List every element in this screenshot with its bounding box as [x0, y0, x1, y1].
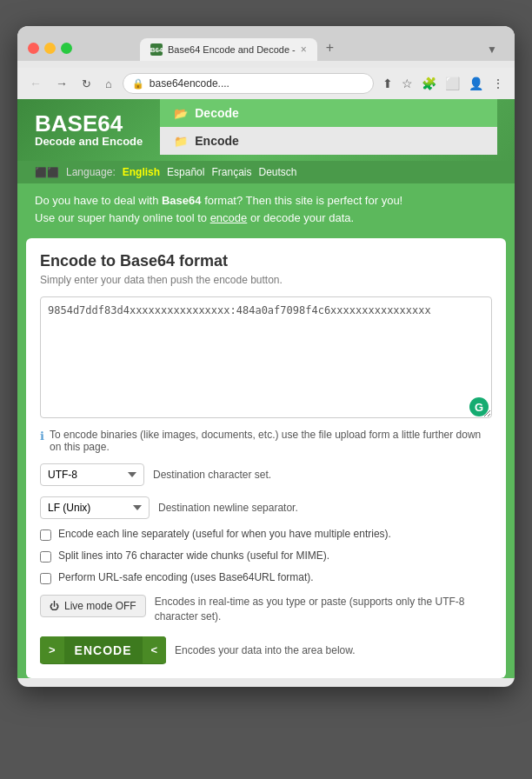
intro-encode-link[interactable]: encode — [210, 211, 248, 224]
encode-btn-left-arrow: > — [40, 636, 64, 663]
translate-icon: ⬛⬛ — [35, 167, 59, 178]
lang-deutsch-link[interactable]: Deutsch — [258, 166, 296, 178]
language-label: Language: — [66, 166, 116, 178]
encode-button[interactable]: > ENCODE < — [40, 636, 166, 664]
intro-text4: or decode your data. — [247, 211, 354, 224]
logo-subtitle: Decode and Encode — [35, 135, 143, 148]
menu-icon[interactable]: ⋮ — [490, 75, 506, 92]
info-icon: ℹ — [40, 429, 44, 443]
live-mode-label: Live mode OFF — [64, 600, 136, 612]
encode-lines-checkbox[interactable] — [40, 529, 51, 541]
site-header: BASE64 Decode and Encode 📂 Decode 📁 Enco… — [17, 99, 515, 161]
section-desc: Simply enter your data then push the enc… — [40, 274, 492, 286]
checkbox3-row: Perform URL-safe encoding (uses Base64UR… — [40, 571, 492, 584]
charset-label: Destination character set. — [153, 469, 271, 481]
encode-nav-button[interactable]: 📁 Encode — [160, 127, 497, 155]
encode-btn-desc: Encodes your data into the area below. — [175, 644, 355, 656]
browser-controls: B64 Base64 Encode and Decode - × + ▼ — [28, 35, 504, 61]
intro-text3: Use our super handy online tool to — [35, 211, 210, 224]
new-tab-btn[interactable]: + — [317, 35, 342, 61]
newline-label: Destination newline separator. — [158, 502, 298, 514]
profile-icon[interactable]: 👤 — [467, 75, 485, 92]
newline-select[interactable]: LF (Unix) CRLF (Windows) CR (old Mac) — [40, 496, 150, 519]
intro-text1: Do you have to deal with — [35, 194, 162, 207]
reader-mode-icon[interactable]: ⬜ — [443, 75, 462, 92]
share-icon[interactable]: ⬆ — [381, 75, 395, 92]
charset-select[interactable]: UTF-8 UTF-16 ISO-8859-1 Windows-1252 — [40, 463, 144, 486]
lock-icon: 🔒 — [132, 78, 144, 90]
live-mode-icon: ⏻ — [50, 601, 59, 611]
close-traffic-light[interactable] — [28, 43, 39, 54]
grammarly-button[interactable]: G — [469, 397, 489, 416]
checkbox3-label[interactable]: Perform URL-safe encoding (uses Base64UR… — [58, 571, 314, 583]
back-button[interactable]: ← — [26, 75, 45, 92]
address-bar[interactable]: 🔒 base64encode.... — [123, 73, 374, 94]
browser-toolbar: ← → ↻ ⌂ 🔒 base64encode.... ⬆ ☆ 🧩 ⬜ 👤 ⋮ — [17, 68, 515, 99]
split-lines-checkbox[interactable] — [40, 551, 51, 563]
decode-label: Decode — [195, 106, 239, 120]
refresh-button[interactable]: ↻ — [78, 76, 95, 92]
encode-label: Encode — [195, 134, 239, 148]
main-card: Encode to Base64 format Simply enter you… — [26, 238, 506, 678]
extensions-icon[interactable]: 🧩 — [420, 75, 438, 92]
live-mode-desc: Encodes in real-time as you type or past… — [155, 595, 492, 624]
encode-btn-right-arrow: < — [143, 636, 167, 663]
folder-open-icon: 📂 — [174, 107, 188, 120]
tab-scroll-arrow[interactable]: ▼ — [480, 38, 504, 61]
tab-title: Base64 Encode and Decode - — [168, 44, 296, 55]
info-box: ℹ To encode binaries (like images, docum… — [40, 429, 492, 453]
site-intro: Do you have to deal with Base64 format? … — [17, 183, 515, 238]
url-safe-checkbox[interactable] — [40, 573, 51, 584]
logo-area: BASE64 Decode and Encode — [35, 99, 160, 161]
logo-title: BASE64 — [35, 112, 143, 135]
intro-text2: format? Then this site is perfect for yo… — [202, 194, 403, 207]
lang-francais-link[interactable]: Français — [211, 166, 251, 178]
textarea-container: 9854d7ddf83d4xxxxxxxxxxxxxxxx:484a0af709… — [40, 296, 492, 422]
decode-nav-button[interactable]: 📂 Decode — [160, 99, 497, 127]
language-bar: ⬛⬛ Language: English Español Français De… — [17, 161, 515, 183]
folder-closed-icon: 📁 — [174, 135, 188, 148]
bookmark-icon[interactable]: ☆ — [400, 75, 415, 92]
encode-btn-text: ENCODE — [64, 636, 143, 664]
checkbox1-row: Encode each line separately (useful for … — [40, 528, 492, 541]
section-title: Encode to Base64 format — [40, 252, 492, 270]
tab-favicon: B64 — [150, 43, 163, 56]
info-text: To encode binaries (like images, documen… — [50, 429, 492, 453]
lang-espanol-link[interactable]: Español — [167, 166, 204, 178]
charset-row: UTF-8 UTF-16 ISO-8859-1 Windows-1252 Des… — [40, 463, 492, 486]
site-content: BASE64 Decode and Encode 📂 Decode 📁 Enco… — [17, 99, 515, 678]
nav-buttons: 📂 Decode 📁 Encode — [160, 99, 497, 161]
lang-english-link[interactable]: English — [123, 166, 160, 178]
checkbox2-row: Split lines into 76 character wide chunk… — [40, 549, 492, 563]
tab-bar: B64 Base64 Encode and Decode - × + — [140, 35, 342, 61]
newline-row: LF (Unix) CRLF (Windows) CR (old Mac) De… — [40, 496, 492, 519]
tab-close-btn[interactable]: × — [301, 43, 307, 56]
forward-button[interactable]: → — [52, 75, 71, 92]
maximize-traffic-light[interactable] — [61, 43, 72, 54]
toolbar-icons: ⬆ ☆ 🧩 ⬜ 👤 ⋮ — [381, 75, 506, 92]
encode-textarea[interactable]: 9854d7ddf83d4xxxxxxxxxxxxxxxx:484a0af709… — [40, 296, 492, 418]
browser-titlebar: B64 Base64 Encode and Decode - × + ▼ — [17, 26, 515, 61]
encode-btn-row: > ENCODE < Encodes your data into the ar… — [40, 636, 492, 664]
live-mode-row: ⏻ Live mode OFF Encodes in real-time as … — [40, 595, 492, 624]
minimize-traffic-light[interactable] — [44, 43, 56, 54]
address-text: base64encode.... — [150, 77, 229, 90]
checkbox2-label[interactable]: Split lines into 76 character wide chunk… — [58, 549, 329, 562]
active-tab[interactable]: B64 Base64 Encode and Decode - × — [140, 38, 317, 61]
checkbox1-label[interactable]: Encode each line separately (useful for … — [58, 528, 391, 540]
live-mode-button[interactable]: ⏻ Live mode OFF — [40, 595, 146, 617]
browser-window: B64 Base64 Encode and Decode - × + ▼ ← →… — [17, 26, 515, 687]
intro-bold1: Base64 — [162, 194, 202, 207]
home-button[interactable]: ⌂ — [102, 76, 116, 92]
